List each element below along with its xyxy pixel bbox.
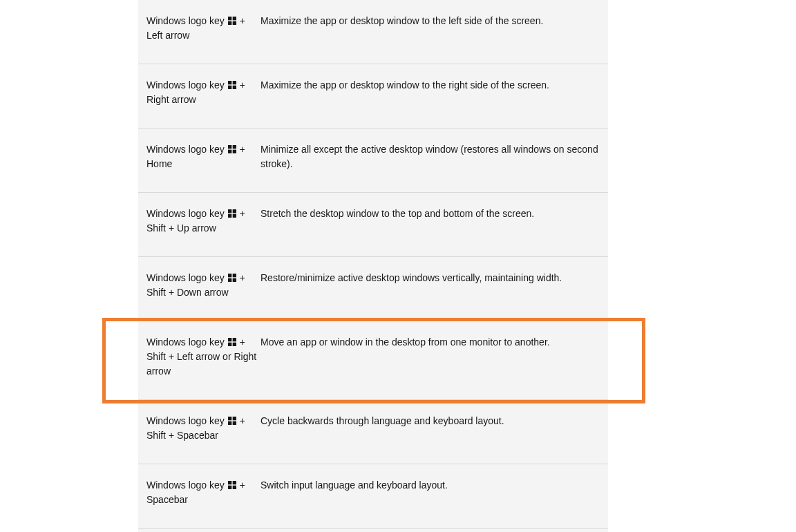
svg-rect-0 <box>228 17 231 20</box>
table-row: Windows logo key + HomeMinimize all exce… <box>138 129 608 193</box>
shortcut-description: Maximize the app or desktop window to th… <box>260 78 600 93</box>
svg-rect-17 <box>232 274 236 277</box>
table-row: Windows logo key + Shift + Up arrowStret… <box>138 193 608 257</box>
windows-logo-icon <box>228 481 236 489</box>
svg-rect-10 <box>228 150 231 153</box>
shortcut-table: Windows logo key + Left arrowMaximize th… <box>138 0 608 532</box>
table-row: Windows logo key + Ctrl + SpacebarChange… <box>138 529 608 532</box>
table-row: Windows logo key + SpacebarSwitch input … <box>138 464 608 529</box>
shortcut-prefix: Windows logo key <box>146 272 227 283</box>
svg-rect-13 <box>232 209 236 213</box>
svg-rect-19 <box>232 278 236 282</box>
svg-rect-26 <box>228 421 231 425</box>
shortcut-key: Windows logo key + Shift + Down arrow <box>146 271 260 300</box>
shortcut-key: Windows logo key + Right arrow <box>146 78 260 107</box>
svg-rect-1 <box>232 17 236 20</box>
table-row: Windows logo key + Shift + Down arrowRes… <box>138 257 608 321</box>
svg-rect-31 <box>232 486 236 489</box>
svg-rect-8 <box>228 145 231 149</box>
shortcut-key: Windows logo key + Left arrow <box>146 14 260 43</box>
svg-rect-4 <box>228 81 231 84</box>
shortcut-description: Switch input language and keyboard layou… <box>260 478 600 493</box>
shortcut-description: Restore/minimize active desktop windows … <box>260 271 600 285</box>
svg-rect-7 <box>232 86 236 89</box>
svg-rect-23 <box>232 343 236 346</box>
svg-rect-22 <box>228 343 231 346</box>
svg-rect-11 <box>232 150 236 153</box>
svg-rect-9 <box>232 145 236 149</box>
shortcut-description: Cycle backwards through language and key… <box>260 414 600 428</box>
page: Windows logo key + Left arrowMaximize th… <box>0 0 796 532</box>
shortcut-prefix: Windows logo key <box>146 144 227 155</box>
shortcut-description: Move an app or window in the desktop fro… <box>260 335 600 350</box>
windows-logo-icon <box>228 145 236 153</box>
svg-rect-14 <box>228 214 231 218</box>
shortcut-prefix: Windows logo key <box>146 15 227 26</box>
svg-rect-15 <box>232 214 236 218</box>
shortcut-key: Windows logo key + Shift + Up arrow <box>146 207 260 236</box>
windows-logo-icon <box>228 209 236 218</box>
svg-rect-27 <box>232 421 236 425</box>
shortcut-key: Windows logo key + Shift + Spacebar <box>146 414 260 443</box>
svg-rect-20 <box>228 338 231 341</box>
shortcut-prefix: Windows logo key <box>146 415 227 426</box>
shortcut-key: Windows logo key + Home <box>146 142 260 171</box>
windows-logo-icon <box>228 274 236 282</box>
shortcut-prefix: Windows logo key <box>146 79 227 91</box>
svg-rect-5 <box>232 81 236 84</box>
table-row: Windows logo key + Left arrowMaximize th… <box>138 0 608 64</box>
shortcut-prefix: Windows logo key <box>146 336 227 348</box>
table-row: Windows logo key + Shift + Left arrow or… <box>138 321 608 400</box>
table-row: Windows logo key + Right arrowMaximize t… <box>138 64 608 129</box>
svg-rect-30 <box>228 486 231 489</box>
shortcut-description: Maximize the app or desktop window to th… <box>260 14 600 28</box>
svg-rect-3 <box>232 21 236 25</box>
svg-rect-25 <box>232 417 236 420</box>
svg-rect-29 <box>232 481 236 484</box>
windows-logo-icon <box>228 338 236 346</box>
shortcut-prefix: Windows logo key <box>146 479 227 491</box>
svg-rect-28 <box>228 481 231 484</box>
svg-rect-24 <box>228 417 231 420</box>
svg-rect-21 <box>232 338 236 341</box>
windows-logo-icon <box>228 417 236 425</box>
svg-rect-2 <box>228 21 231 25</box>
svg-rect-16 <box>228 274 231 277</box>
svg-rect-6 <box>228 86 231 89</box>
table-row: Windows logo key + Shift + SpacebarCycle… <box>138 400 608 464</box>
svg-rect-18 <box>228 278 231 282</box>
svg-rect-12 <box>228 209 231 213</box>
shortcut-key: Windows logo key + Shift + Left arrow or… <box>146 335 260 379</box>
shortcut-description: Minimize all except the active desktop w… <box>260 142 600 171</box>
shortcut-description: Stretch the desktop window to the top an… <box>260 207 600 221</box>
windows-logo-icon <box>228 17 236 25</box>
shortcut-key: Windows logo key + Spacebar <box>146 478 260 507</box>
shortcut-prefix: Windows logo key <box>146 208 227 219</box>
windows-logo-icon <box>228 81 236 89</box>
